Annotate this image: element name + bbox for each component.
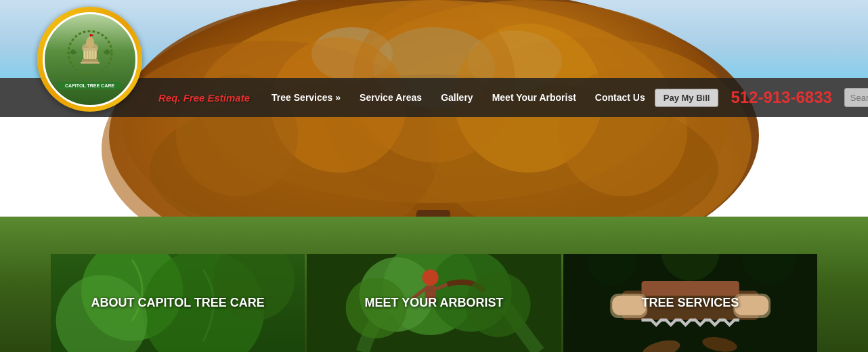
- svg-point-39: [422, 269, 439, 286]
- svg-rect-47: [641, 281, 739, 296]
- meet-arborist-link[interactable]: Meet Your Arborist: [483, 92, 586, 103]
- svg-rect-23: [92, 51, 93, 59]
- service-areas-link[interactable]: Service Areas: [350, 92, 431, 103]
- svg-point-27: [86, 37, 94, 49]
- pay-bill-button[interactable]: Pay My Bill: [655, 89, 719, 107]
- logo-outer-ring: CAPITOL TREE CARE: [37, 7, 142, 112]
- cards-row: ABOUT CAPITOL TREE CARE: [0, 254, 868, 352]
- logo-capitol-svg: [63, 29, 117, 80]
- logo-banner: CAPITOL TREE CARE: [58, 82, 121, 89]
- services-card[interactable]: TREE SERVICES: [563, 254, 817, 352]
- svg-rect-20: [84, 51, 85, 59]
- svg-rect-24: [95, 51, 96, 59]
- svg-rect-22: [89, 51, 91, 59]
- nav-items: Req. Free Estimate Tree Services » Servi…: [149, 88, 868, 107]
- logo-container[interactable]: CAPITOL TREE CARE: [37, 7, 142, 112]
- search-input[interactable]: [845, 89, 868, 106]
- req-estimate-link[interactable]: Req. Free Estimate: [149, 92, 262, 104]
- about-card[interactable]: ABOUT CAPITOL TREE CARE: [51, 254, 305, 352]
- arborist-card[interactable]: MEET YOUR ARBORIST: [307, 254, 561, 352]
- logo-inner: CAPITOL TREE CARE: [43, 12, 137, 107]
- arborist-card-label: MEET YOUR ARBORIST: [357, 295, 510, 311]
- about-card-label: ABOUT CAPITOL TREE CARE: [84, 295, 271, 311]
- svg-rect-21: [87, 51, 88, 59]
- contact-us-link[interactable]: Contact Us: [586, 92, 655, 103]
- gallery-link[interactable]: Gallery: [431, 92, 482, 103]
- svg-rect-26: [81, 62, 100, 64]
- phone-number: 512-913-6833: [718, 88, 844, 107]
- services-card-label: TREE SERVICES: [634, 295, 745, 311]
- tree-services-link[interactable]: Tree Services »: [262, 92, 350, 103]
- search-bar: 🔍: [844, 88, 868, 107]
- svg-rect-25: [82, 59, 98, 62]
- svg-marker-29: [90, 34, 94, 37]
